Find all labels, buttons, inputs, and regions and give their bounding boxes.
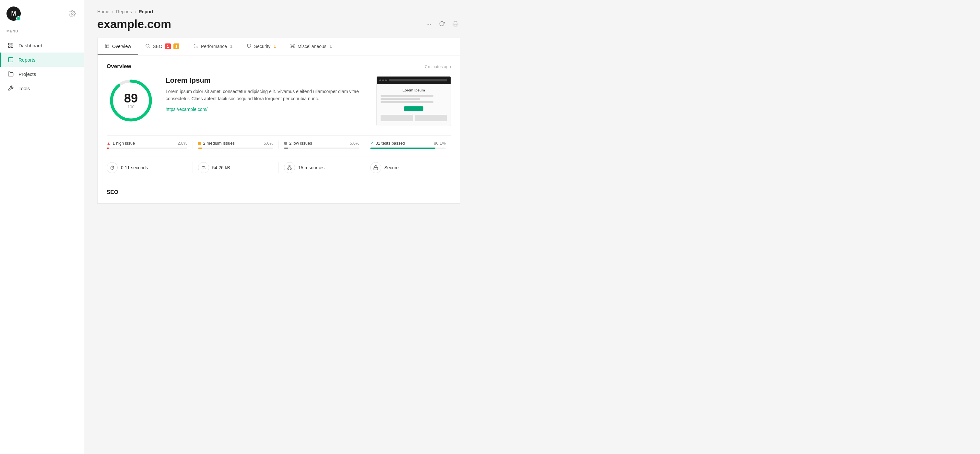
tabs: Overview SEO 1 1 xyxy=(97,38,460,56)
sidebar: M MENU Dashboard Repor xyxy=(0,0,84,454)
tab-seo-label: SEO xyxy=(153,44,162,49)
low-issue-bar-fill xyxy=(284,148,288,149)
score-total: 100 xyxy=(124,104,138,109)
more-options-button[interactable]: ··· xyxy=(424,19,433,30)
stat-item-resources: 15 resources xyxy=(279,162,365,173)
preview-btn-area xyxy=(380,107,447,111)
overview-header: Overview 7 minutes ago xyxy=(107,63,451,70)
tab-miscellaneous[interactable]: Miscellaneous 1 xyxy=(283,38,339,55)
issue-item-passed: ✓ 31 tests passed 86.1% xyxy=(365,141,451,149)
breadcrumb-home[interactable]: Home xyxy=(97,9,109,14)
miscellaneous-tab-icon xyxy=(290,43,295,49)
main-content: Home › Reports › Report example.com ··· xyxy=(84,0,980,454)
score-text: 89 100 xyxy=(124,92,138,109)
score-description: Lorem ipsum dolor sit amet, consectetur … xyxy=(165,88,366,102)
sidebar-item-tools[interactable]: Tools xyxy=(0,81,84,96)
preview-card: Lorem Ipsum xyxy=(376,76,451,126)
tools-icon xyxy=(8,85,14,91)
score-site-title: Lorem Ipsum xyxy=(165,76,366,84)
issue-item-high: ▲ 1 high issue 2.8% xyxy=(107,141,193,149)
svg-point-13 xyxy=(287,169,289,170)
stats-row: ⏱ 0.11 seconds ⚖ 54.26 kB xyxy=(107,157,451,173)
medium-issue-bar-fill xyxy=(198,148,202,149)
tab-seo[interactable]: SEO 1 1 xyxy=(138,38,186,55)
sidebar-item-dashboard[interactable]: Dashboard xyxy=(0,38,84,53)
preview-title: Lorem Ipsum xyxy=(380,88,447,92)
miscellaneous-badge: 1 xyxy=(330,44,332,49)
performance-tab-icon xyxy=(194,43,199,49)
seo-section: SEO xyxy=(97,181,460,203)
content-area: Overview SEO 1 1 xyxy=(97,38,460,204)
stat-size-value: 54.26 kB xyxy=(212,165,230,170)
overview-tab-icon xyxy=(105,43,110,49)
breadcrumb-reports[interactable]: Reports xyxy=(116,9,132,14)
svg-line-9 xyxy=(149,47,150,48)
seo-tab-icon xyxy=(145,43,150,49)
svg-point-12 xyxy=(289,166,291,167)
breadcrumb-sep-2: › xyxy=(135,9,136,14)
seo-badge-red: 1 xyxy=(165,43,171,49)
passed-issue-bar xyxy=(370,148,446,149)
preview-footer-block-1 xyxy=(380,115,413,121)
overview-title: Overview xyxy=(107,63,131,70)
tab-performance[interactable]: Performance 1 xyxy=(186,38,240,55)
avatar[interactable]: M xyxy=(6,6,21,21)
sidebar-top: M xyxy=(0,0,84,24)
score-number: 89 xyxy=(124,92,138,104)
high-issue-pct: 2.8% xyxy=(178,141,188,146)
seo-section-title: SEO xyxy=(107,189,451,196)
tools-label: Tools xyxy=(19,86,30,91)
preview-footer-block-2 xyxy=(415,115,447,121)
preview-btn xyxy=(404,107,423,111)
issue-label-passed: ✓ 31 tests passed xyxy=(370,141,405,146)
svg-rect-5 xyxy=(8,57,13,62)
settings-icon[interactable] xyxy=(67,8,78,19)
passed-issue-icon: ✓ xyxy=(370,141,374,146)
secure-icon xyxy=(370,162,381,173)
issue-item-low: 2 low issues 5.6% xyxy=(279,141,365,149)
svg-point-14 xyxy=(291,169,292,170)
projects-icon xyxy=(8,71,14,77)
preview-topbar xyxy=(377,76,450,84)
svg-rect-1 xyxy=(8,43,10,45)
medium-issue-icon xyxy=(198,142,201,145)
tab-overview[interactable]: Overview xyxy=(97,38,138,55)
preview-line-3 xyxy=(380,101,433,103)
tab-security-label: Security xyxy=(254,44,271,49)
tab-security[interactable]: Security 1 xyxy=(240,38,283,55)
sidebar-item-projects[interactable]: Projects xyxy=(0,67,84,81)
print-button[interactable] xyxy=(450,19,460,30)
stat-time-value: 0.11 seconds xyxy=(121,165,148,170)
svg-rect-3 xyxy=(8,46,10,48)
tab-performance-label: Performance xyxy=(201,44,227,49)
page-title: example.com xyxy=(97,18,171,31)
svg-rect-6 xyxy=(454,24,457,26)
preview-dot-2 xyxy=(382,80,384,81)
security-badge: 1 xyxy=(274,44,276,49)
tab-miscellaneous-label: Miscellaneous xyxy=(298,44,326,49)
overview-section: Overview 7 minutes ago 89 xyxy=(97,56,460,181)
score-site-url[interactable]: https://example.com/ xyxy=(165,107,207,112)
reports-icon xyxy=(8,56,14,63)
preview-line-1 xyxy=(380,95,433,97)
preview-line-2 xyxy=(380,98,420,100)
medium-issue-pct: 5.6% xyxy=(264,141,273,146)
preview-lines xyxy=(380,95,447,103)
dashboard-label: Dashboard xyxy=(19,43,42,48)
refresh-button[interactable] xyxy=(437,19,447,30)
preview-url-bar xyxy=(389,79,447,81)
medium-issue-text: 2 medium issues xyxy=(203,141,235,146)
issue-label-high: ▲ 1 high issue xyxy=(107,141,135,146)
stat-item-time: ⏱ 0.11 seconds xyxy=(107,162,193,173)
sidebar-item-reports[interactable]: Reports xyxy=(0,53,84,67)
score-info: Lorem Ipsum Lorem ipsum dolor sit amet, … xyxy=(165,76,366,112)
svg-point-8 xyxy=(146,44,149,47)
dashboard-icon xyxy=(8,42,14,49)
menu-label: MENU xyxy=(0,24,84,36)
header-actions: ··· xyxy=(424,19,460,30)
passed-issue-bar-fill xyxy=(370,148,435,149)
breadcrumb-current: Report xyxy=(139,9,153,14)
issue-header-low: 2 low issues 5.6% xyxy=(284,141,360,146)
issues-row: ▲ 1 high issue 2.8% xyxy=(107,135,451,151)
size-icon: ⚖ xyxy=(198,162,209,173)
